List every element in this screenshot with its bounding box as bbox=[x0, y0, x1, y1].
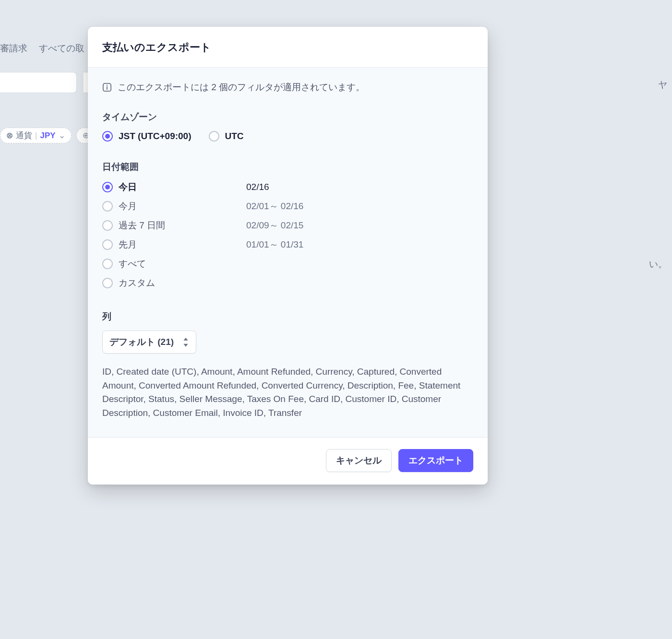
columns-label: 列 bbox=[102, 310, 473, 323]
timezone-options: JST (UTC+09:00) UTC bbox=[102, 131, 473, 142]
daterange-option-today[interactable]: 今日 02/16 bbox=[102, 181, 473, 193]
daterange-option-last7days[interactable]: 過去 7 日間 02/09～ 02/15 bbox=[102, 219, 473, 232]
bg-tab-review[interactable]: 審請求 bbox=[0, 42, 27, 55]
radio-icon bbox=[102, 239, 113, 250]
info-icon bbox=[102, 83, 112, 92]
background-tabs: 審請求 すべての取 bbox=[0, 42, 84, 55]
daterange-option-all[interactable]: すべて bbox=[102, 258, 473, 270]
svg-point-2 bbox=[107, 85, 108, 86]
cancel-button[interactable]: キャンセル bbox=[326, 449, 392, 472]
timezone-option-label: JST (UTC+09:00) bbox=[119, 131, 192, 142]
daterange-option-label: すべて bbox=[119, 258, 146, 270]
info-banner: このエクスポートには 2 個のフィルタが適用されています。 bbox=[102, 81, 473, 94]
sort-chevron-icon bbox=[182, 338, 189, 346]
timezone-option-jst[interactable]: JST (UTC+09:00) bbox=[102, 131, 192, 142]
daterange-option-label: 過去 7 日間 bbox=[119, 219, 165, 232]
modal-header: 支払いのエクスポート bbox=[88, 27, 488, 68]
modal-footer: キャンセル エクスポート bbox=[88, 437, 488, 485]
columns-select-value: デフォルト (21) bbox=[109, 336, 174, 348]
daterange-option-range: 01/01～ 01/31 bbox=[246, 238, 303, 251]
radio-icon bbox=[102, 278, 113, 288]
daterange-option-range: 02/09～ 02/15 bbox=[246, 219, 303, 232]
daterange-option-label: カスタム bbox=[119, 277, 155, 289]
daterange-option-thismonth[interactable]: 今月 02/01～ 02/16 bbox=[102, 200, 473, 213]
export-modal: 支払いのエクスポート このエクスポートには 2 個のフィルタが適用されています。… bbox=[88, 27, 488, 485]
radio-icon bbox=[102, 131, 113, 142]
chip-currency-value: JPY bbox=[40, 131, 55, 141]
bg-tab-all[interactable]: すべての取 bbox=[39, 42, 84, 55]
info-text: このエクスポートには 2 個のフィルタが適用されています。 bbox=[118, 81, 365, 94]
daterange-option-custom[interactable]: カスタム bbox=[102, 277, 473, 289]
columns-section: 列 デフォルト (21) ID, Created date (UTC), Amo… bbox=[102, 310, 473, 420]
modal-title: 支払いのエクスポート bbox=[102, 40, 473, 55]
modal-body: このエクスポートには 2 個のフィルタが適用されています。 タイムゾーン JST… bbox=[88, 68, 488, 437]
daterange-label: 日付範囲 bbox=[102, 161, 473, 173]
daterange-option-label: 今日 bbox=[119, 181, 137, 193]
daterange-option-range: 02/16 bbox=[246, 182, 269, 192]
columns-select[interactable]: デフォルト (21) bbox=[102, 331, 196, 354]
chevron-down-icon: ⌄ bbox=[59, 130, 65, 141]
daterange-option-range: 02/01～ 02/16 bbox=[246, 200, 303, 213]
chip-currency-label: 通貨 bbox=[16, 130, 32, 141]
timezone-option-label: UTC bbox=[225, 131, 244, 142]
daterange-option-lastmonth[interactable]: 先月 01/01～ 01/31 bbox=[102, 238, 473, 251]
radio-icon bbox=[102, 201, 113, 212]
radio-icon bbox=[102, 220, 113, 231]
bg-right-text-top: ヤ bbox=[658, 79, 667, 91]
daterange-options: 今日 02/16 今月 02/01～ 02/16 過去 7 日間 02/09～ … bbox=[102, 181, 473, 289]
bg-filter-box-1[interactable] bbox=[0, 72, 77, 93]
chip-currency[interactable]: ⊗ 通貨 | JPY ⌄ bbox=[0, 128, 72, 143]
export-button[interactable]: エクスポート bbox=[398, 449, 473, 472]
timezone-label: タイムゾーン bbox=[102, 111, 473, 123]
timezone-option-utc[interactable]: UTC bbox=[209, 131, 244, 142]
daterange-option-label: 今月 bbox=[119, 200, 137, 213]
radio-icon bbox=[102, 182, 113, 192]
radio-icon bbox=[102, 259, 113, 269]
daterange-option-label: 先月 bbox=[119, 238, 137, 251]
columns-list-text: ID, Created date (UTC), Amount, Amount R… bbox=[102, 365, 473, 420]
background-filter-row bbox=[0, 71, 100, 94]
radio-icon bbox=[209, 131, 219, 142]
bg-right-text-bottom: い。 bbox=[649, 258, 667, 271]
chip-remove-icon[interactable]: ⊗ bbox=[6, 130, 13, 141]
